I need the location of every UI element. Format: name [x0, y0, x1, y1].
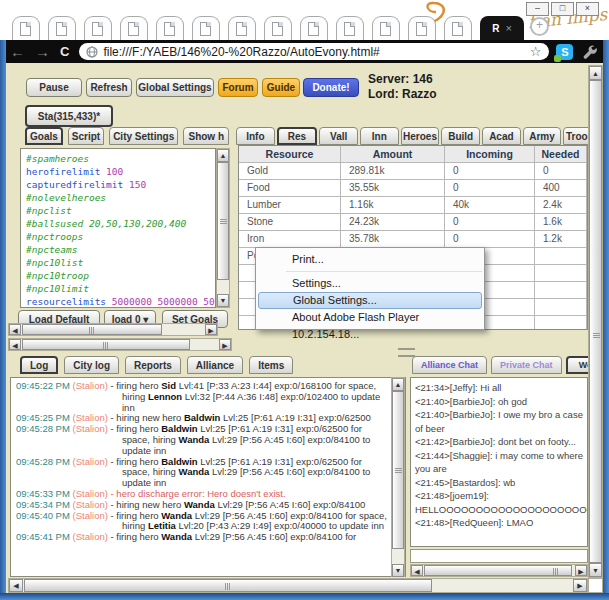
- log-panel[interactable]: 09:45:22 PM (Stalion) - firing hero Sid …: [10, 377, 406, 577]
- scroll-thumb[interactable]: [392, 391, 404, 549]
- browser-tab[interactable]: [408, 16, 436, 40]
- tab-items[interactable]: Items: [249, 356, 293, 374]
- refresh-button[interactable]: Refresh: [86, 78, 132, 97]
- tab-vall[interactable]: Vall: [319, 127, 358, 145]
- browser-tab[interactable]: [264, 16, 292, 40]
- log-actor: (Stalion): [73, 488, 108, 499]
- pause-button[interactable]: Pause: [26, 78, 82, 97]
- tab-goals[interactable]: Goals: [25, 127, 63, 145]
- log-scrollbar[interactable]: ▲ ▼: [391, 377, 405, 577]
- tab-city-settings[interactable]: City Settings: [109, 127, 178, 145]
- url-input[interactable]: file:///F:/YAEB/146%20-%20Razzo/AutoEvon…: [79, 43, 549, 60]
- browser-tab[interactable]: [372, 16, 400, 40]
- scroll-down-icon[interactable]: ▼: [217, 294, 229, 307]
- scroll-right-icon[interactable]: ▶: [219, 339, 231, 350]
- chat-input[interactable]: [410, 549, 588, 563]
- browser-tab[interactable]: [120, 16, 148, 40]
- scroll-thumb[interactable]: [24, 579, 432, 592]
- browser-tab[interactable]: [192, 16, 220, 40]
- city-tab-button[interactable]: Sta(315,433)*: [25, 105, 113, 127]
- scroll-down-icon[interactable]: ▼: [589, 563, 602, 577]
- script-hscrollbar-1[interactable]: ◀ ▶: [8, 323, 218, 336]
- tab-res[interactable]: Res: [277, 127, 318, 145]
- scroll-up-icon[interactable]: ▲: [589, 66, 602, 80]
- scroll-up-icon[interactable]: ▲: [392, 378, 404, 391]
- script-scrollbar[interactable]: ▲ ▼: [216, 148, 230, 308]
- menu-item-print[interactable]: Print...: [258, 251, 482, 268]
- scroll-left-icon[interactable]: ◀: [411, 565, 423, 576]
- flash-context-menu: Print...Settings...Global Settings...Abo…: [255, 247, 485, 330]
- scroll-thumb[interactable]: [589, 80, 602, 563]
- scroll-right-icon[interactable]: ▶: [205, 324, 217, 335]
- tab-reports[interactable]: Reports: [125, 356, 181, 374]
- scroll-up-icon[interactable]: ▲: [217, 149, 229, 162]
- tab-alliance-chat[interactable]: Alliance Chat: [412, 356, 487, 374]
- browser-tab[interactable]: [300, 16, 328, 40]
- back-icon[interactable]: ←: [10, 43, 25, 60]
- tab-info[interactable]: Info: [236, 127, 275, 145]
- browser-tab[interactable]: [12, 16, 40, 40]
- scroll-right-icon[interactable]: ▶: [575, 565, 587, 576]
- browser-tab[interactable]: [336, 16, 364, 40]
- resource-amount: 289.81k: [341, 163, 445, 179]
- tab-alliance[interactable]: Alliance: [187, 356, 243, 374]
- browser-tab[interactable]: [84, 16, 112, 40]
- browser-tab[interactable]: [228, 16, 256, 40]
- browser-tab[interactable]: [156, 16, 184, 40]
- tab-heroes[interactable]: Heroes: [401, 127, 440, 145]
- goals-script-editor[interactable]: #spamheroesherofirelimit 100capturedfire…: [20, 148, 216, 308]
- menu-item-settings[interactable]: Settings...: [258, 275, 482, 292]
- tab-log[interactable]: Log: [20, 356, 58, 374]
- tab-script[interactable]: Script: [68, 127, 104, 145]
- table-row[interactable]: Iron35.78k01.2k: [239, 231, 587, 248]
- close-button[interactable]: ×: [576, 2, 599, 16]
- page-vertical-scrollbar[interactable]: ▲ ▼: [588, 65, 603, 578]
- scroll-thumb[interactable]: [424, 565, 572, 576]
- bookmark-star-icon[interactable]: ☆: [530, 44, 542, 59]
- browser-tab[interactable]: [48, 16, 76, 40]
- scroll-right-icon[interactable]: ▶: [573, 579, 587, 592]
- scroll-left-icon[interactable]: ◀: [9, 579, 23, 592]
- log-message: - hero discharge error: Hero doesn't exi…: [108, 488, 286, 499]
- tab-private-chat[interactable]: Private Chat: [491, 356, 562, 374]
- scroll-left-icon[interactable]: ◀: [9, 324, 21, 335]
- tab-army[interactable]: Army: [523, 127, 562, 145]
- donate-button[interactable]: Donate!: [303, 78, 359, 97]
- menu-item-global-settings[interactable]: Global Settings...: [258, 292, 482, 309]
- browser-tab[interactable]: [444, 16, 472, 40]
- active-browser-tab[interactable]: R ×: [480, 16, 524, 40]
- maximize-button[interactable]: □: [551, 2, 574, 16]
- scroll-down-icon[interactable]: ▼: [392, 564, 404, 577]
- tab-inn[interactable]: Inn: [360, 127, 399, 145]
- scroll-left-icon[interactable]: ◀: [9, 339, 21, 350]
- forum-button[interactable]: Forum: [218, 78, 258, 97]
- url-text[interactable]: file:///F:/YAEB/146%20-%20Razzo/AutoEvon…: [103, 45, 529, 59]
- scroll-thumb[interactable]: [22, 339, 190, 350]
- script-hscrollbar-2[interactable]: ◀ ▶: [8, 338, 232, 351]
- table-row[interactable]: Lumber1.16k40k2.4k: [239, 197, 587, 214]
- scroll-thumb[interactable]: [22, 324, 162, 335]
- global-settings-button[interactable]: Global Settings: [136, 78, 214, 97]
- tab-build[interactable]: Build: [441, 127, 480, 145]
- table-row[interactable]: Food35.55k0400: [239, 180, 587, 197]
- page-horizontal-scrollbar[interactable]: ◀ ▶: [8, 578, 588, 593]
- log-actor: (Stalion): [73, 423, 108, 434]
- chat-panel[interactable]: <21:34>[Jeffy]: Hi all<21:40>[BarbieJo]:…: [410, 377, 588, 547]
- table-row[interactable]: Stone24.23k01.6k: [239, 214, 587, 231]
- log-actor: (Stalion): [73, 412, 108, 423]
- table-row[interactable]: Gold289.81k00: [239, 163, 587, 180]
- tab-close-icon[interactable]: ×: [505, 22, 511, 34]
- chat-hscrollbar[interactable]: ◀ ▶: [410, 564, 588, 577]
- guide-button[interactable]: Guide: [262, 78, 300, 97]
- refresh-icon[interactable]: C: [60, 44, 69, 59]
- new-tab-button[interactable]: +: [530, 17, 549, 36]
- wrench-menu-icon[interactable]: [581, 44, 597, 60]
- skype-extension-icon[interactable]: S: [556, 44, 573, 60]
- forward-icon[interactable]: →: [35, 43, 50, 60]
- scroll-thumb[interactable]: [217, 162, 229, 280]
- menu-item-about-adobe-flash-player-10-2-154-18[interactable]: About Adobe Flash Player 10.2.154.18...: [258, 309, 482, 326]
- tab-city-log[interactable]: City log: [64, 356, 119, 374]
- tab-acad[interactable]: Acad: [482, 127, 521, 145]
- minimize-button[interactable]: –: [526, 2, 549, 16]
- tab-show-h[interactable]: Show h: [183, 127, 229, 145]
